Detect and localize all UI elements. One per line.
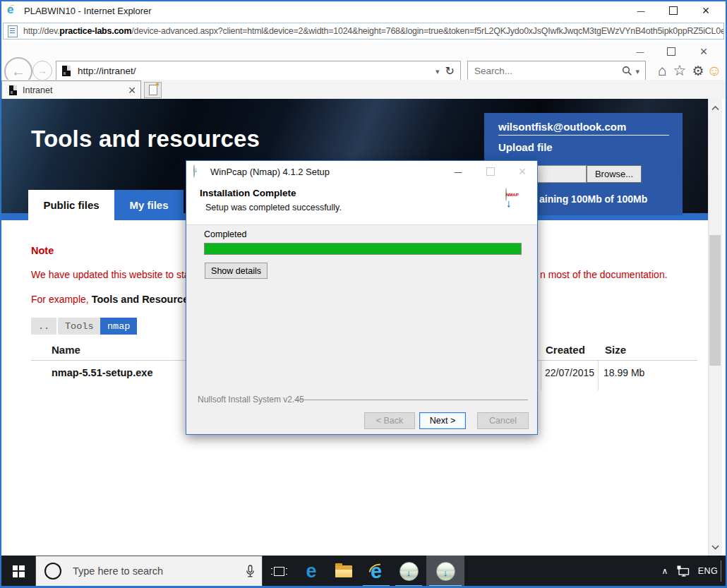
taskbar-installer-indicator [429,585,462,587]
taskbar-search-input[interactable] [71,565,246,577]
taskbar-winpcap-button[interactable]: ↓ [392,556,425,587]
search-magnifier-icon[interactable] [622,66,632,76]
page-icon [8,25,18,37]
outer-url-text: http://dev.practice-labs.com/device-adva… [23,26,724,36]
maximize-icon [486,167,495,176]
outer-address-bar[interactable]: http://dev.practice-labs.com/device-adva… [3,23,724,40]
dialog-titlebar[interactable]: WinPcap (Nmap) 4.1.2 Setup [186,161,537,182]
task-view-icon [274,567,284,576]
tab-favicon [9,85,17,95]
microphone-icon[interactable] [246,565,255,578]
installer-dialog: WinPcap (Nmap) 4.1.2 Setup Installation … [186,160,538,435]
note-text-left: We have updated this website to start [31,269,196,280]
note-heading: Note [31,245,54,256]
show-details-button[interactable]: Show details [205,263,268,279]
progress-fill [205,244,521,254]
home-icon[interactable] [654,62,671,79]
dialog-heading: Installation Complete [200,188,296,198]
outer-titlebar: e PLABWIN10 - Internet Explorer [0,0,727,21]
restore-icon [667,47,675,56]
screen: e PLABWIN10 - Internet Explorer http://d… [0,0,727,588]
panel-divider [498,135,669,136]
breadcrumb-up[interactable]: .. [31,318,56,335]
inner-minimize-button[interactable] [627,44,654,59]
address-dropdown-icon[interactable] [435,64,440,77]
back-button-dialog: < Back [364,412,415,429]
refresh-icon[interactable] [445,64,455,78]
language-indicator[interactable]: ENG [695,556,721,587]
taskbar-edge-button[interactable]: e [295,556,328,587]
cancel-button-dialog: Cancel [477,412,529,429]
nmap-app-icon: ↓ [399,562,419,581]
dialog-title: WinPcap (Nmap) 4.1.2 Setup [210,167,330,177]
taskbar-installer-button-active[interactable]: ↓ [426,556,464,587]
file-row-size: 18.99 Mb [603,367,644,378]
scrollbar-thumb[interactable] [709,235,721,366]
footer-divider [294,400,528,400]
maximize-icon [669,6,678,15]
winpcap-icon [193,164,195,178]
dialog-minimize-button[interactable] [447,163,469,180]
next-button-dialog[interactable]: Next > [419,412,466,429]
scroll-up-icon[interactable] [710,103,720,113]
internet-explorer-icon: e [7,4,20,16]
column-header-size: Size [605,344,626,356]
tab-intranet[interactable]: Intranet [1,80,141,99]
outer-minimize-button[interactable] [625,0,657,21]
download-arrow-icon: ↓ [437,568,455,578]
progress-bar [204,243,522,255]
file-row-created: 22/07/2015 [545,367,594,378]
show-desktop-divider [721,560,721,582]
browse-button[interactable]: Browse... [587,165,642,183]
outer-window-title: PLABWIN10 - Internet Explorer [24,6,152,16]
favorites-icon[interactable] [671,62,688,79]
scroll-down-icon[interactable] [710,542,720,552]
outer-maximize-button[interactable] [657,0,690,21]
outer-close-button[interactable] [690,0,722,21]
feedback-smiley-icon[interactable] [706,62,723,79]
dialog-subheading: Setup was completed successfully. [205,203,342,212]
start-button[interactable] [1,556,35,587]
tab-public-files[interactable]: Public files [28,190,114,220]
nmap-logo-icon: NMAP ↓ [505,188,507,201]
inner-restore-button[interactable] [658,44,685,59]
cortana-icon [44,563,61,580]
tab-my-files[interactable]: My files [114,190,184,220]
tab-my-files-label: My files [129,199,168,211]
taskbar-search[interactable] [35,556,263,587]
breadcrumb-tools[interactable]: Tools [58,318,101,335]
tab-bar: Intranet [1,80,726,99]
search-dropdown-icon[interactable] [635,64,639,77]
column-header-created: Created [546,344,585,356]
dialog-close-button[interactable] [512,163,533,180]
breadcrumb-nmap[interactable]: nmap [100,318,137,335]
search-input[interactable] [468,65,622,77]
taskbar-ie-button[interactable]: e [360,556,392,587]
internet-explorer-icon: e [371,561,382,582]
address-input[interactable] [76,65,435,77]
page-title: Tools and resources [31,126,260,152]
outer-address-band: http://dev.practice-labs.com/device-adva… [0,21,727,42]
upload-heading: Upload file [498,141,553,153]
tab-close-icon[interactable] [124,84,140,97]
search-box[interactable] [467,61,646,80]
inner-close-button[interactable] [690,44,717,59]
site-favicon [62,66,71,76]
installer-brand-text: Nullsoft Install System v2.45 [198,395,304,404]
file-row-name[interactable]: nmap-5.51-setup.exe [52,367,152,378]
new-tab-button[interactable] [144,82,162,98]
forward-button[interactable] [32,61,52,80]
task-view-button[interactable] [263,556,295,587]
table-col-divider [541,361,541,390]
download-arrow-icon: ↓ [400,568,418,578]
windows-logo-icon [13,565,25,577]
taskbar-winpcap-indicator [395,585,422,587]
address-bar[interactable] [56,61,461,80]
taskbar-explorer-button[interactable] [328,556,360,587]
network-icon[interactable] [673,556,693,587]
dialog-header: Installation Complete Setup was complete… [186,182,537,225]
tray-chevron-icon[interactable] [656,556,673,587]
dialog-maximize-button [480,163,501,180]
settings-icon[interactable] [690,62,707,79]
nmap-app-icon: ↓ [436,562,455,581]
